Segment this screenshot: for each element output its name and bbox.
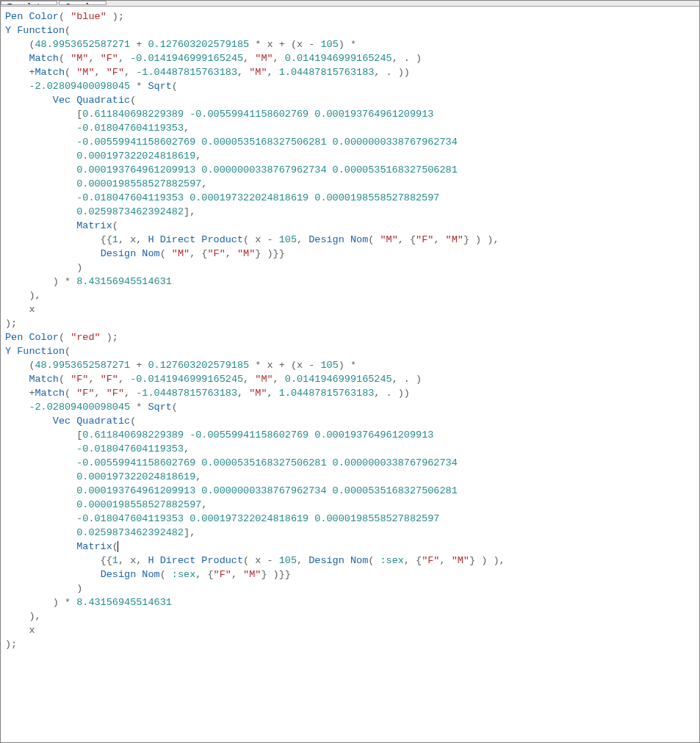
tab-bar: Templates Samples	[1, 1, 699, 7]
code-editor[interactable]: Pen Color( "blue" ); Y Function( (48.995…	[1, 7, 699, 741]
editor-window: Templates Samples Pen Color( "blue" ); Y…	[0, 0, 700, 743]
tab-samples[interactable]: Samples	[59, 1, 106, 5]
tab-templates[interactable]: Templates	[1, 1, 57, 5]
